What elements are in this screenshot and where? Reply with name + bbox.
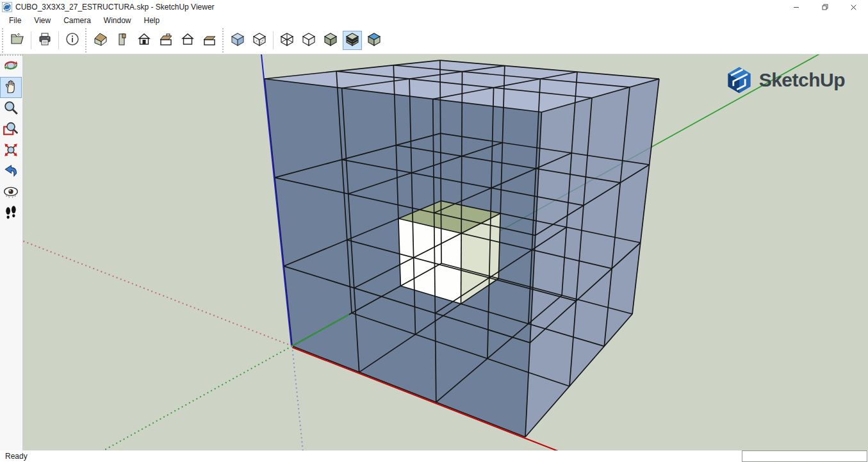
style-hidden-line-button[interactable]	[299, 31, 318, 50]
toolbar-separator	[273, 31, 274, 49]
window-controls	[782, 0, 868, 14]
menu-camera[interactable]: Camera	[57, 15, 97, 26]
3d-viewport[interactable]: SketchUp	[23, 54, 868, 450]
style-shaded-button[interactable]	[321, 31, 340, 50]
zoom-icon	[3, 99, 19, 119]
zoom-window-icon	[3, 120, 19, 140]
view-iso-button[interactable]	[91, 31, 110, 50]
zoom-window-tool-button[interactable]	[0, 119, 22, 140]
view-front-button[interactable]	[135, 31, 154, 50]
open-icon	[10, 31, 25, 49]
restore-button[interactable]	[810, 0, 839, 14]
toolbar-group-face-styles	[222, 28, 385, 53]
view-right-button[interactable]	[156, 31, 176, 50]
print-icon	[37, 31, 53, 49]
main-toolbar	[0, 27, 868, 54]
open-button[interactable]	[8, 31, 27, 50]
style-xray-button[interactable]	[228, 31, 247, 50]
walk-tool-button[interactable]	[0, 204, 22, 225]
sketchup-logo-text: SketchUp	[759, 69, 845, 91]
menu-help[interactable]: Help	[138, 15, 167, 26]
title-bar: CUBO_3X3X3_27_ESTRUCTURA.skp - SketchUp …	[0, 0, 868, 14]
style-monochrome-icon	[366, 31, 382, 49]
zoom-extents-icon	[3, 142, 19, 161]
style-wireframe-icon	[279, 31, 295, 49]
measurements-box[interactable]	[742, 450, 867, 462]
look-around-tool-button[interactable]	[0, 183, 22, 204]
previous-view-icon	[3, 163, 19, 182]
toolbar-group-standard	[2, 28, 83, 53]
sketchup-watermark: SketchUp	[725, 66, 845, 94]
previous-view-tool-button[interactable]	[0, 161, 22, 183]
view-left-icon	[202, 31, 217, 49]
window-title: CUBO_3X3X3_27_ESTRUCTURA.skp - SketchUp …	[15, 3, 215, 12]
view-top-button[interactable]	[113, 31, 132, 50]
model-info-icon	[65, 31, 80, 49]
style-shaded-icon	[323, 31, 338, 49]
status-text: Ready	[5, 452, 28, 461]
pan-icon	[3, 78, 19, 97]
toolbar-group-views	[85, 28, 220, 53]
view-right-icon	[158, 31, 174, 49]
model-info-button[interactable]	[63, 31, 82, 50]
zoom-extents-tool-button[interactable]	[0, 140, 22, 161]
sketchup-logo-icon	[725, 66, 753, 94]
style-wireframe-button[interactable]	[277, 31, 297, 50]
menu-bar: FileViewCameraWindowHelp	[0, 14, 868, 27]
style-shaded-textures-button[interactable]	[343, 31, 362, 50]
orbit-tool-button[interactable]	[0, 56, 22, 77]
zoom-tool-button[interactable]	[0, 98, 22, 119]
sketchup-viewer-window: { "window": { "title": "CUBO_3X3X3_27_ES…	[0, 0, 868, 462]
view-left-button[interactable]	[200, 31, 219, 50]
minimize-button[interactable]	[782, 0, 810, 14]
status-bar: Ready	[0, 450, 868, 462]
style-back-edges-icon	[252, 31, 267, 49]
style-xray-icon	[230, 31, 245, 49]
print-button[interactable]	[35, 31, 54, 50]
style-shaded-textures-icon	[345, 31, 360, 49]
view-top-icon	[115, 31, 130, 49]
orbit-icon	[3, 57, 19, 76]
app-icon	[2, 2, 12, 12]
walk-icon	[3, 205, 19, 224]
menu-window[interactable]: Window	[97, 15, 138, 26]
toolbar-separator	[31, 31, 31, 49]
toolbar-separator	[58, 31, 59, 49]
camera-tools-sidebar	[0, 54, 23, 450]
style-back-edges-button[interactable]	[250, 31, 269, 50]
close-button[interactable]	[839, 0, 868, 14]
view-front-icon	[136, 31, 152, 49]
menu-file[interactable]: File	[0, 15, 28, 26]
style-monochrome-button[interactable]	[364, 31, 384, 50]
style-hidden-line-icon	[301, 31, 316, 49]
view-iso-icon	[93, 31, 108, 49]
view-back-button[interactable]	[178, 31, 197, 50]
view-back-icon	[180, 31, 195, 49]
look-around-icon	[3, 184, 19, 203]
pan-tool-button[interactable]	[0, 77, 22, 98]
model-scene[interactable]	[23, 54, 868, 450]
menu-view[interactable]: View	[28, 15, 57, 26]
